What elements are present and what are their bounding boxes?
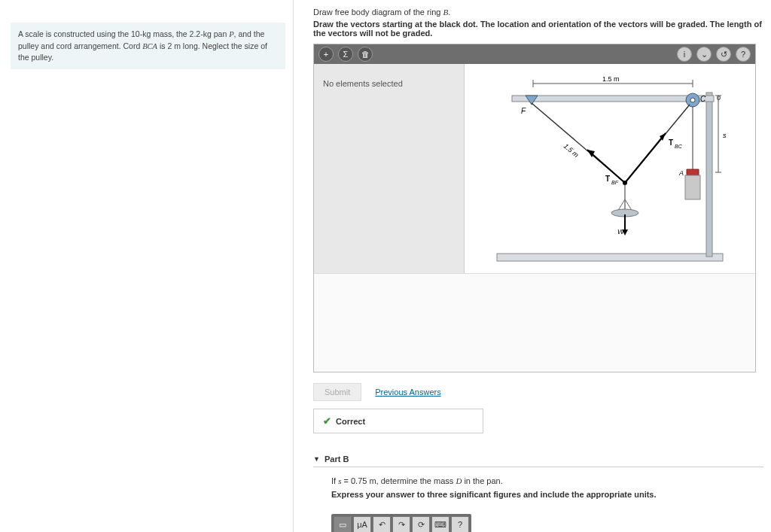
express-instruction: Express your answer to three significant…	[331, 490, 763, 499]
template-button[interactable]: ▭	[334, 516, 352, 532]
text: If	[331, 476, 338, 485]
part-b-header[interactable]: ▼ Part B	[313, 454, 763, 467]
problem-setup-box: A scale is constructed using the 10-kg m…	[11, 23, 285, 69]
caret-down-icon: ▼	[313, 455, 320, 463]
redo-button[interactable]: ↷	[392, 516, 410, 532]
svg-text:T: T	[605, 175, 610, 183]
sum-button[interactable]: Σ	[338, 47, 353, 62]
svg-text:C: C	[700, 95, 706, 103]
reset-answer-button[interactable]: ⟳	[412, 516, 430, 532]
submit-button[interactable]: Submit	[313, 383, 361, 401]
svg-rect-2	[512, 96, 714, 102]
figure-pane: 1.5 m TBC	[465, 64, 755, 273]
svg-text:s: s	[723, 132, 727, 139]
svg-rect-0	[497, 254, 723, 261]
units-button[interactable]: μA	[353, 516, 371, 532]
selection-panel: No elements selected	[314, 64, 465, 273]
diagram-svg: 1.5 m TBC	[465, 64, 755, 273]
part-a-instruction-1: Draw free body diagram of the ring B.	[313, 8, 763, 17]
part-b-prompt: If s = 0.75 m, determine the mass D in t…	[331, 476, 763, 485]
help-button[interactable]: ?	[736, 47, 751, 62]
submit-row: Submit Previous Answers	[313, 383, 763, 401]
previous-answers-link[interactable]: Previous Answers	[375, 388, 440, 397]
answer-help-button[interactable]: ?	[451, 516, 469, 532]
svg-text:1.5 m: 1.5 m	[602, 75, 620, 83]
no-elements-label: No elements selected	[323, 79, 403, 88]
canvas-toolbar: + Σ 🗑 i ⌄ ↺ ?	[314, 44, 755, 64]
dropdown-button[interactable]: ⌄	[696, 47, 712, 62]
part-b-body: If s = 0.75 m, determine the mass D in t…	[313, 476, 763, 532]
undo-button[interactable]: ↶	[373, 516, 391, 532]
delete-button[interactable]: 🗑	[358, 47, 373, 62]
svg-text:A: A	[678, 169, 684, 177]
setup-text: A scale is constructed using the 10-kg m…	[18, 29, 229, 38]
svg-text:BF: BF	[611, 180, 619, 185]
add-vector-button[interactable]: +	[318, 47, 334, 62]
svg-rect-1	[706, 93, 712, 257]
svg-marker-7	[687, 169, 699, 175]
check-icon: ✔	[323, 415, 331, 427]
svg-point-5	[690, 98, 695, 102]
info-button[interactable]: i	[677, 47, 692, 62]
correct-label: Correct	[336, 417, 365, 426]
text: .	[448, 8, 450, 17]
vector-canvas: + Σ 🗑 i ⌄ ↺ ? No elements selected	[313, 44, 756, 372]
reset-button[interactable]: ↺	[716, 47, 731, 62]
feedback-correct: ✔ Correct	[313, 409, 483, 433]
svg-line-17	[625, 133, 666, 183]
text: in the pan.	[462, 476, 502, 485]
main-column: Draw free body diagram of the ring B. Dr…	[294, 0, 771, 532]
canvas-area[interactable]: No elements selected	[314, 64, 755, 274]
answer-toolbar: ▭ μA ↶ ↷ ⟳ ⌨ ?	[331, 514, 471, 532]
canvas-blank-area	[314, 274, 755, 372]
svg-rect-8	[685, 175, 700, 199]
var-BCA: BCA	[142, 42, 157, 50]
part-a-instruction-2: Draw the vectors starting at the black d…	[313, 20, 763, 38]
svg-text:1.5 m: 1.5 m	[562, 142, 581, 159]
svg-text:BC: BC	[675, 144, 683, 149]
problem-setup-column: A scale is constructed using the 10-kg m…	[0, 0, 294, 532]
text: = 0.75 m, determine the mass	[341, 476, 456, 485]
svg-text:F: F	[521, 107, 526, 115]
svg-text:T: T	[669, 138, 673, 147]
keyboard-button[interactable]: ⌨	[431, 516, 449, 532]
text: Draw free body diagram of the ring	[313, 8, 443, 17]
part-b-title: Part B	[325, 454, 349, 464]
